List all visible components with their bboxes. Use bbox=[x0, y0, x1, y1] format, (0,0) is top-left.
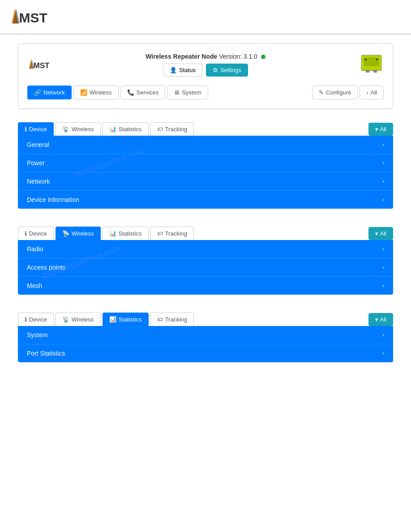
all-button-wireless-section[interactable]: ▾ All bbox=[368, 227, 393, 240]
device-menu-list: General › Power › Network › Device Infor… bbox=[18, 136, 393, 209]
device-card: MST Wireless Repeater Node Version: 3.1.… bbox=[18, 43, 393, 109]
device-action-buttons: 👤 Status ⚙ Settings bbox=[52, 64, 359, 77]
chevron-down-icon-1: ▾ bbox=[375, 126, 378, 133]
chevron-right-general: › bbox=[382, 142, 384, 148]
content-area: manualsarchive.com manualsarchive.com ℹ … bbox=[18, 122, 393, 362]
sec-tab-stats-tracking[interactable]: 🏷 Tracking bbox=[150, 313, 194, 326]
device-section: ℹ Device 📡 Wireless 📊 Statistics 🏷 Track… bbox=[18, 122, 393, 209]
chevron-right-devinfo: › bbox=[382, 197, 384, 203]
menu-item-power[interactable]: Power › bbox=[18, 154, 393, 172]
wireless-section: ℹ Device 📡 Wireless 📊 Statistics 🏷 Track… bbox=[18, 227, 393, 295]
device-logo: MST bbox=[27, 57, 52, 73]
chevron-down-icon-3: ▾ bbox=[375, 316, 378, 323]
sec-tab-wireless-tracking[interactable]: 🏷 Tracking bbox=[150, 227, 194, 240]
chevron-right-ap: › bbox=[382, 264, 384, 270]
bar-icon-s: 📊 bbox=[109, 316, 116, 323]
device-title-text: Wireless Repeater Node Version: 3.1.0 bbox=[52, 53, 359, 60]
top-logo-svg: MST bbox=[9, 4, 49, 29]
tag-icon-w: 🏷 bbox=[157, 230, 163, 237]
menu-item-general[interactable]: General › bbox=[18, 136, 393, 154]
all-button-statistics-section[interactable]: ▾ All bbox=[368, 313, 393, 326]
services-icon: 📞 bbox=[127, 89, 134, 96]
menu-item-network[interactable]: Network › bbox=[18, 172, 393, 191]
info-icon-s: ℹ bbox=[25, 316, 27, 323]
device-section-tabs: ℹ Device 📡 Wireless 📊 Statistics 🏷 Track… bbox=[18, 122, 393, 136]
statistics-section-tabs: ℹ Device 📡 Wireless 📊 Statistics 🏷 Track… bbox=[18, 313, 393, 326]
nav-tab-wireless[interactable]: 📶 Wireless bbox=[73, 86, 119, 99]
system-icon: 🖥 bbox=[174, 89, 180, 96]
nav-tab-system[interactable]: 🖥 System bbox=[167, 86, 208, 99]
sec-tab-device-tracking[interactable]: 🏷 Tracking bbox=[150, 122, 194, 136]
info-icon: ℹ bbox=[25, 126, 27, 133]
menu-item-port-statistics[interactable]: Port Statistics › bbox=[18, 344, 393, 362]
sec-tab-device-statistics[interactable]: 📊 Statistics bbox=[103, 122, 149, 136]
menu-item-device-info[interactable]: Device Information › bbox=[18, 191, 393, 209]
device-header: MST Wireless Repeater Node Version: 3.1.… bbox=[27, 53, 384, 77]
version-online-badge bbox=[261, 55, 265, 59]
sec-tab-wireless-wireless[interactable]: 📡 Wireless bbox=[56, 227, 101, 240]
chevron-right-portstats: › bbox=[382, 350, 384, 356]
configure-button[interactable]: ✎ Configure bbox=[312, 86, 358, 99]
info-icon-w: ℹ bbox=[25, 230, 27, 237]
statistics-menu-list: System › Port Statistics › bbox=[18, 326, 393, 362]
edit-icon: ✎ bbox=[319, 89, 324, 96]
chevron-right-radio: › bbox=[382, 246, 384, 252]
svg-rect-9 bbox=[373, 70, 377, 73]
chevron-right-mesh: › bbox=[382, 283, 384, 289]
sec-tab-stats-wireless[interactable]: 📡 Wireless bbox=[56, 313, 101, 326]
chevron-right-network: › bbox=[382, 178, 384, 184]
top-logo: MST bbox=[9, 4, 49, 29]
sec-tab-device-wireless[interactable]: 📡 Wireless bbox=[56, 122, 101, 136]
main-content: MST Wireless Repeater Node Version: 3.1.… bbox=[0, 34, 411, 389]
sec-tab-wireless-statistics[interactable]: 📊 Statistics bbox=[103, 227, 149, 240]
svg-point-10 bbox=[365, 59, 367, 60]
device-name: Wireless Repeater Node bbox=[146, 53, 217, 60]
device-version: Version: 3.1.0 bbox=[219, 53, 257, 60]
menu-item-radio[interactable]: Radio › bbox=[18, 240, 393, 258]
svg-text:MST: MST bbox=[33, 61, 50, 70]
sec-tab-device-device[interactable]: ℹ Device bbox=[18, 122, 54, 136]
wifi-icon-w: 📡 bbox=[62, 230, 69, 237]
wireless-section-tabs: ℹ Device 📡 Wireless 📊 Statistics 🏷 Track… bbox=[18, 227, 393, 240]
wireless-icon: 📶 bbox=[80, 89, 87, 96]
network-icon: 🔗 bbox=[34, 89, 41, 96]
people-icon: 👤 bbox=[170, 67, 177, 73]
bar-icon-sm: 📊 bbox=[109, 126, 116, 133]
tag-icon-sm: 🏷 bbox=[157, 126, 163, 133]
sec-tab-stats-device[interactable]: ℹ Device bbox=[18, 313, 54, 326]
sec-tab-wireless-device[interactable]: ℹ Device bbox=[18, 227, 54, 240]
all-button-main[interactable]: › All bbox=[360, 86, 384, 99]
main-nav: 🔗 Network 📶 Wireless 📞 Services 🖥 System… bbox=[27, 86, 384, 99]
chevron-right-icon: › bbox=[366, 89, 368, 96]
all-button-device-section[interactable]: ▾ All bbox=[368, 123, 393, 136]
menu-item-access-points[interactable]: Access points › bbox=[18, 258, 393, 277]
status-button[interactable]: 👤 Status bbox=[163, 64, 202, 77]
device-logo-svg: MST bbox=[27, 57, 52, 73]
chevron-right-system: › bbox=[382, 332, 384, 338]
nav-tab-network[interactable]: 🔗 Network bbox=[27, 86, 72, 99]
bar-icon-w: 📊 bbox=[109, 230, 116, 237]
svg-rect-7 bbox=[364, 57, 379, 66]
device-title-area: Wireless Repeater Node Version: 3.1.0 👤 … bbox=[52, 53, 359, 77]
svg-rect-8 bbox=[366, 70, 369, 73]
wifi-icon-s: 📡 bbox=[62, 316, 69, 323]
wireless-menu-list: Radio › Access points › Mesh › bbox=[18, 240, 393, 295]
menu-item-system[interactable]: System › bbox=[18, 326, 393, 344]
menu-item-mesh[interactable]: Mesh › bbox=[18, 277, 393, 295]
chevron-down-icon-2: ▾ bbox=[375, 230, 378, 237]
nav-tab-services[interactable]: 📞 Services bbox=[120, 86, 166, 99]
sec-tab-stats-statistics[interactable]: 📊 Statistics bbox=[103, 313, 149, 326]
statistics-section: ℹ Device 📡 Wireless 📊 Statistics 🏷 Track… bbox=[18, 313, 393, 362]
settings-button[interactable]: ⚙ Settings bbox=[206, 64, 248, 77]
tag-icon-s: 🏷 bbox=[157, 316, 163, 323]
svg-text:MST: MST bbox=[19, 10, 47, 25]
chevron-right-power: › bbox=[382, 160, 384, 166]
wifi-icon-sm: 📡 bbox=[62, 126, 69, 133]
gear-icon: ⚙ bbox=[213, 67, 218, 73]
top-header: MST bbox=[0, 0, 411, 34]
svg-point-11 bbox=[376, 59, 378, 60]
device-hardware-icon bbox=[359, 53, 384, 77]
